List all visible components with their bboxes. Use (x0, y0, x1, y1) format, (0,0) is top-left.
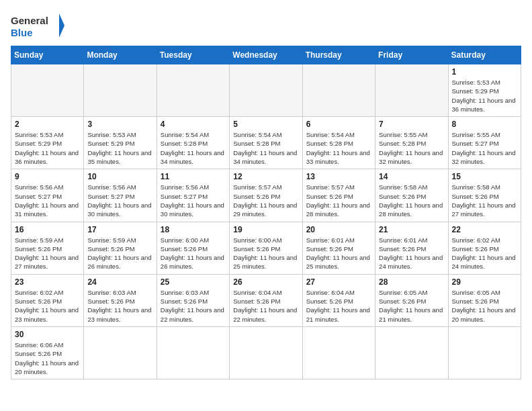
day-number: 20 (306, 225, 371, 234)
calendar-cell: 27Sunrise: 6:04 AM Sunset: 5:26 PM Dayli… (302, 274, 375, 326)
day-info: Sunrise: 5:53 AM Sunset: 5:29 PM Dayligh… (87, 130, 152, 166)
calendar-row: 16Sunrise: 5:59 AM Sunset: 5:26 PM Dayli… (11, 222, 521, 274)
day-info: Sunrise: 5:59 AM Sunset: 5:26 PM Dayligh… (87, 236, 152, 271)
calendar-table: SundayMondayTuesdayWednesdayThursdayFrid… (11, 46, 521, 379)
calendar-cell: 25Sunrise: 6:03 AM Sunset: 5:26 PM Dayli… (157, 274, 229, 326)
calendar-cell: 30Sunrise: 6:06 AM Sunset: 5:26 PM Dayli… (11, 326, 84, 379)
day-info: Sunrise: 5:55 AM Sunset: 5:27 PM Dayligh… (452, 130, 517, 166)
calendar-cell: 8Sunrise: 5:55 AM Sunset: 5:27 PM Daylig… (448, 117, 521, 169)
day-number: 14 (379, 172, 444, 181)
day-number: 29 (452, 277, 517, 287)
day-number: 22 (452, 225, 517, 234)
calendar-row: 1Sunrise: 5:53 AM Sunset: 5:29 PM Daylig… (11, 64, 521, 117)
calendar-cell: 28Sunrise: 6:05 AM Sunset: 5:26 PM Dayli… (375, 274, 448, 326)
calendar-cell: 1Sunrise: 5:53 AM Sunset: 5:29 PM Daylig… (448, 64, 521, 117)
calendar-cell: 18Sunrise: 6:00 AM Sunset: 5:26 PM Dayli… (157, 222, 229, 274)
calendar-cell: 13Sunrise: 5:57 AM Sunset: 5:26 PM Dayli… (302, 169, 375, 222)
day-number: 10 (87, 172, 152, 181)
day-number: 23 (15, 277, 80, 287)
day-number: 5 (233, 120, 298, 129)
calendar-cell: 17Sunrise: 5:59 AM Sunset: 5:26 PM Dayli… (84, 222, 157, 274)
day-info: Sunrise: 5:53 AM Sunset: 5:29 PM Dayligh… (15, 130, 80, 166)
calendar-row: 2Sunrise: 5:53 AM Sunset: 5:29 PM Daylig… (11, 117, 521, 169)
calendar-cell: 24Sunrise: 6:03 AM Sunset: 5:26 PM Dayli… (84, 274, 157, 326)
day-info: Sunrise: 5:55 AM Sunset: 5:28 PM Dayligh… (379, 130, 444, 166)
calendar-cell: 15Sunrise: 5:58 AM Sunset: 5:26 PM Dayli… (448, 169, 521, 222)
day-info: Sunrise: 5:59 AM Sunset: 5:26 PM Dayligh… (15, 236, 80, 271)
logo: General Blue (11, 11, 64, 40)
calendar-cell: 14Sunrise: 5:58 AM Sunset: 5:26 PM Dayli… (375, 169, 448, 222)
calendar-cell (84, 326, 157, 379)
day-info: Sunrise: 6:00 AM Sunset: 5:26 PM Dayligh… (233, 236, 298, 271)
calendar-cell: 2Sunrise: 5:53 AM Sunset: 5:29 PM Daylig… (11, 117, 84, 169)
calendar-cell (230, 326, 302, 379)
day-number: 12 (233, 172, 298, 181)
day-number: 18 (161, 225, 226, 234)
day-number: 15 (452, 172, 517, 181)
day-number: 19 (233, 225, 298, 234)
svg-marker-2 (59, 13, 64, 38)
day-number: 21 (379, 225, 444, 234)
calendar-cell: 22Sunrise: 6:02 AM Sunset: 5:26 PM Dayli… (448, 222, 521, 274)
calendar-cell (84, 64, 157, 117)
day-info: Sunrise: 5:58 AM Sunset: 5:26 PM Dayligh… (379, 183, 444, 218)
day-info: Sunrise: 5:57 AM Sunset: 5:26 PM Dayligh… (306, 183, 371, 218)
day-number: 4 (161, 120, 226, 129)
day-number: 3 (87, 120, 152, 129)
weekday-header-sunday: Sunday (11, 46, 84, 64)
calendar-cell: 16Sunrise: 5:59 AM Sunset: 5:26 PM Dayli… (11, 222, 84, 274)
day-number: 2 (15, 120, 80, 129)
weekday-header-tuesday: Tuesday (157, 46, 229, 64)
calendar-cell: 10Sunrise: 5:56 AM Sunset: 5:27 PM Dayli… (84, 169, 157, 222)
day-number: 9 (15, 172, 80, 181)
day-info: Sunrise: 5:56 AM Sunset: 5:27 PM Dayligh… (87, 183, 152, 218)
day-number: 26 (233, 277, 298, 287)
day-info: Sunrise: 6:01 AM Sunset: 5:26 PM Dayligh… (306, 236, 371, 271)
day-info: Sunrise: 5:54 AM Sunset: 5:28 PM Dayligh… (306, 130, 371, 166)
calendar-cell: 19Sunrise: 6:00 AM Sunset: 5:26 PM Dayli… (230, 222, 302, 274)
calendar-cell: 11Sunrise: 5:56 AM Sunset: 5:27 PM Dayli… (157, 169, 229, 222)
day-info: Sunrise: 6:03 AM Sunset: 5:26 PM Dayligh… (87, 288, 152, 324)
weekday-header-saturday: Saturday (448, 46, 521, 64)
day-number: 11 (161, 172, 226, 181)
svg-text:Blue: Blue (11, 27, 33, 38)
calendar-cell: 9Sunrise: 5:56 AM Sunset: 5:27 PM Daylig… (11, 169, 84, 222)
day-info: Sunrise: 6:05 AM Sunset: 5:26 PM Dayligh… (452, 288, 517, 324)
calendar-cell: 6Sunrise: 5:54 AM Sunset: 5:28 PM Daylig… (302, 117, 375, 169)
day-number: 17 (87, 225, 152, 234)
day-info: Sunrise: 6:02 AM Sunset: 5:26 PM Dayligh… (452, 236, 517, 271)
day-info: Sunrise: 5:54 AM Sunset: 5:28 PM Dayligh… (233, 130, 298, 166)
calendar-cell: 23Sunrise: 6:02 AM Sunset: 5:26 PM Dayli… (11, 274, 84, 326)
calendar-cell: 21Sunrise: 6:01 AM Sunset: 5:26 PM Dayli… (375, 222, 448, 274)
calendar-cell: 20Sunrise: 6:01 AM Sunset: 5:26 PM Dayli… (302, 222, 375, 274)
day-number: 30 (15, 330, 80, 339)
day-number: 25 (161, 277, 226, 287)
day-info: Sunrise: 6:04 AM Sunset: 5:26 PM Dayligh… (233, 288, 298, 324)
weekday-header-row: SundayMondayTuesdayWednesdayThursdayFrid… (11, 46, 521, 64)
calendar-cell (375, 326, 448, 379)
day-info: Sunrise: 5:56 AM Sunset: 5:27 PM Dayligh… (15, 183, 80, 218)
day-info: Sunrise: 5:54 AM Sunset: 5:28 PM Dayligh… (161, 130, 226, 166)
calendar-cell (302, 326, 375, 379)
day-number: 7 (379, 120, 444, 129)
day-info: Sunrise: 6:03 AM Sunset: 5:26 PM Dayligh… (161, 288, 226, 324)
calendar-cell (230, 64, 302, 117)
day-info: Sunrise: 6:06 AM Sunset: 5:26 PM Dayligh… (15, 340, 80, 376)
calendar-row: 23Sunrise: 6:02 AM Sunset: 5:26 PM Dayli… (11, 274, 521, 326)
calendar-cell: 26Sunrise: 6:04 AM Sunset: 5:26 PM Dayli… (230, 274, 302, 326)
day-number: 28 (379, 277, 444, 287)
day-number: 16 (15, 225, 80, 234)
day-info: Sunrise: 5:57 AM Sunset: 5:26 PM Dayligh… (233, 183, 298, 218)
calendar-cell (11, 64, 84, 117)
weekday-header-thursday: Thursday (302, 46, 375, 64)
day-info: Sunrise: 5:53 AM Sunset: 5:29 PM Dayligh… (452, 78, 517, 113)
calendar-cell: 7Sunrise: 5:55 AM Sunset: 5:28 PM Daylig… (375, 117, 448, 169)
day-info: Sunrise: 6:00 AM Sunset: 5:26 PM Dayligh… (161, 236, 226, 271)
page-header: General Blue (11, 11, 521, 40)
day-info: Sunrise: 6:04 AM Sunset: 5:26 PM Dayligh… (306, 288, 371, 324)
day-number: 1 (452, 67, 517, 77)
day-info: Sunrise: 6:01 AM Sunset: 5:26 PM Dayligh… (379, 236, 444, 271)
calendar-cell: 5Sunrise: 5:54 AM Sunset: 5:28 PM Daylig… (230, 117, 302, 169)
svg-text:General: General (11, 15, 48, 26)
calendar-cell: 4Sunrise: 5:54 AM Sunset: 5:28 PM Daylig… (157, 117, 229, 169)
